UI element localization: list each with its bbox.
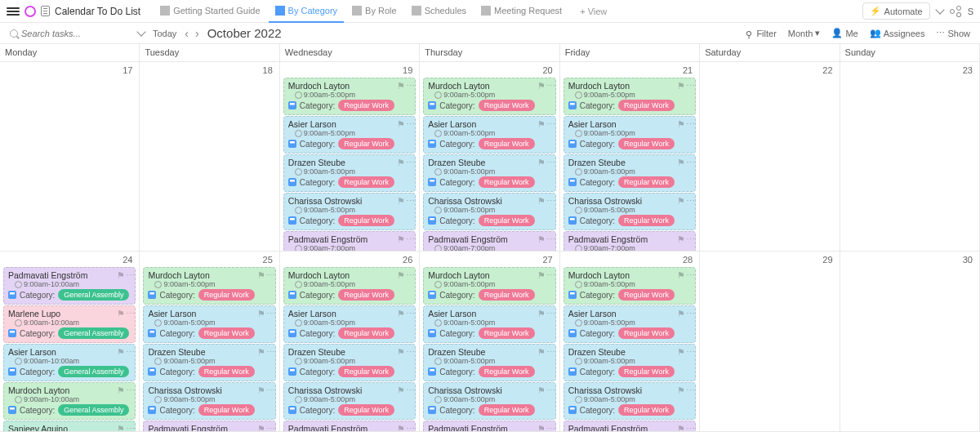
event-card[interactable]: Marlene Lupo9:00am-10:00amCategory:Gener… [3, 305, 136, 343]
event-card[interactable]: Drazen Steube9:00am-5:00pmCategory:Regul… [283, 154, 416, 192]
event-card[interactable]: Padmavati Engström9:00am-7:00pmCategory:… [143, 421, 275, 432]
card-menu-icon[interactable]: ⋯ [686, 347, 693, 354]
event-card[interactable]: Padmavati Engström9:00am-7:00pmCategory:… [283, 421, 416, 432]
event-card[interactable]: Murdoch Layton9:00am-5:00pmCategory:Regu… [564, 78, 696, 115]
event-card[interactable]: Drazen Steube9:00am-5:00pmCategory:Regul… [564, 344, 696, 381]
card-menu-icon[interactable]: ⋯ [546, 81, 553, 87]
event-card[interactable]: Asier Larson9:00am-5:00pmCategory:Regula… [564, 305, 696, 343]
calendar-cell[interactable]: 21Murdoch Layton9:00am-5:00pmCategory:Re… [560, 62, 700, 252]
event-card[interactable]: Asier Larson9:00am-10:00amCategory:Gener… [3, 344, 136, 381]
event-card[interactable]: Asier Larson9:00am-5:00pmCategory:Regula… [564, 116, 696, 154]
card-menu-icon[interactable]: ⋯ [406, 234, 412, 241]
card-menu-icon[interactable]: ⋯ [546, 309, 553, 315]
event-card[interactable]: Charissa Ostrowski9:00am-5:00pmCategory:… [423, 382, 555, 420]
add-view-button[interactable]: + View [573, 3, 613, 20]
month-dropdown[interactable]: Month▾ [788, 28, 821, 38]
event-card[interactable]: Padmavati Engström9:00am-7:00pmCategory:… [564, 421, 696, 432]
card-menu-icon[interactable]: ⋯ [406, 81, 412, 87]
calendar-cell[interactable]: 28Murdoch Layton9:00am-5:00pmCategory:Re… [560, 252, 700, 432]
view-tab[interactable]: By Category [269, 0, 345, 23]
calendar-cell[interactable]: 23 [840, 62, 980, 252]
event-card[interactable]: Drazen Steube9:00am-5:00pmCategory:Regul… [564, 154, 696, 192]
assignees-filter[interactable]: 👥Assignees [870, 28, 925, 38]
card-menu-icon[interactable]: ⋯ [266, 347, 273, 354]
calendar-cell[interactable]: 18 [140, 62, 279, 252]
event-card[interactable]: Murdoch Layton9:00am-5:00pmCategory:Regu… [283, 78, 416, 115]
card-menu-icon[interactable]: ⋯ [266, 424, 273, 430]
event-card[interactable]: Charissa Ostrowski9:00am-5:00pmCategory:… [283, 382, 416, 420]
event-card[interactable]: Murdoch Layton9:00am-5:00pmCategory:Regu… [423, 267, 555, 305]
card-menu-icon[interactable]: ⋯ [406, 385, 412, 392]
event-card[interactable]: Padmavati Engström9:00am-7:00pmCategory:… [423, 231, 555, 252]
calendar-cell[interactable]: 26Murdoch Layton9:00am-5:00pmCategory:Re… [280, 252, 420, 432]
calendar-cell[interactable]: 30 [840, 252, 980, 432]
calendar-cell[interactable]: 27Murdoch Layton9:00am-5:00pmCategory:Re… [420, 252, 559, 432]
event-card[interactable]: Drazen Steube9:00am-5:00pmCategory:Regul… [423, 344, 555, 381]
event-card[interactable]: Charissa Ostrowski9:00am-5:00pmCategory:… [283, 193, 416, 230]
event-card[interactable]: Drazen Steube9:00am-5:00pmCategory:Regul… [143, 344, 275, 381]
view-tab[interactable]: By Role [345, 0, 403, 23]
card-menu-icon[interactable]: ⋯ [686, 158, 693, 164]
calendar-cell[interactable]: 22 [700, 62, 840, 252]
today-button[interactable]: Today [153, 29, 176, 38]
card-menu-icon[interactable]: ⋯ [546, 385, 553, 392]
chevron-down-icon[interactable] [935, 5, 944, 14]
card-menu-icon[interactable]: ⋯ [686, 309, 693, 315]
card-menu-icon[interactable]: ⋯ [546, 158, 553, 164]
event-card[interactable]: Murdoch Layton9:00am-5:00pmCategory:Regu… [564, 267, 696, 305]
card-menu-icon[interactable]: ⋯ [406, 347, 412, 354]
event-card[interactable]: Padmavati Engström9:00am-7:00pmCategory:… [564, 231, 696, 252]
card-menu-icon[interactable]: ⋯ [406, 270, 412, 277]
search-chevron-icon[interactable] [136, 27, 145, 36]
card-menu-icon[interactable]: ⋯ [406, 424, 412, 430]
share-icon[interactable] [950, 6, 961, 17]
card-menu-icon[interactable]: ⋯ [686, 81, 693, 87]
card-menu-icon[interactable]: ⋯ [126, 347, 132, 354]
card-menu-icon[interactable]: ⋯ [126, 270, 132, 277]
event-card[interactable]: Sanjeev Aquino9:00am-10:00amCategory:Gen… [3, 421, 136, 432]
event-card[interactable]: Asier Larson9:00am-5:00pmCategory:Regula… [423, 305, 555, 343]
card-menu-icon[interactable]: ⋯ [406, 196, 412, 203]
view-tab[interactable]: Schedules [405, 0, 473, 23]
automate-button[interactable]: ⚡ Automate [862, 2, 930, 20]
prev-month-button[interactable]: ‹ [185, 28, 189, 39]
card-menu-icon[interactable]: ⋯ [126, 385, 132, 392]
card-menu-icon[interactable]: ⋯ [266, 270, 273, 277]
event-card[interactable]: Murdoch Layton9:00am-5:00pmCategory:Regu… [423, 78, 555, 115]
event-card[interactable]: Murdoch Layton9:00am-5:00pmCategory:Regu… [283, 267, 416, 305]
card-menu-icon[interactable]: ⋯ [686, 270, 693, 277]
card-menu-icon[interactable]: ⋯ [546, 196, 553, 203]
card-menu-icon[interactable]: ⋯ [546, 234, 553, 241]
card-menu-icon[interactable]: ⋯ [686, 234, 693, 241]
event-card[interactable]: Charissa Ostrowski9:00am-5:00pmCategory:… [564, 382, 696, 420]
card-menu-icon[interactable]: ⋯ [126, 424, 132, 430]
event-card[interactable]: Drazen Steube9:00am-5:00pmCategory:Regul… [283, 344, 416, 381]
event-card[interactable]: Padmavati Engström9:00am-7:00pmCategory:… [423, 421, 555, 432]
card-menu-icon[interactable]: ⋯ [546, 347, 553, 354]
card-menu-icon[interactable]: ⋯ [406, 119, 412, 126]
event-card[interactable]: Charissa Ostrowski9:00am-5:00pmCategory:… [564, 193, 696, 230]
me-filter[interactable]: 👤Me [831, 28, 858, 38]
menu-icon[interactable] [7, 5, 20, 18]
event-card[interactable]: Murdoch Layton9:00am-10:00amCategory:Gen… [3, 382, 136, 420]
view-tab[interactable]: Getting Started Guide [154, 0, 266, 23]
card-menu-icon[interactable]: ⋯ [126, 309, 132, 315]
card-menu-icon[interactable]: ⋯ [546, 119, 553, 126]
calendar-cell[interactable]: 17 [0, 62, 140, 252]
event-card[interactable]: Asier Larson9:00am-5:00pmCategory:Regula… [283, 305, 416, 343]
card-menu-icon[interactable]: ⋯ [406, 309, 412, 315]
calendar-cell[interactable]: 25Murdoch Layton9:00am-5:00pmCategory:Re… [140, 252, 279, 432]
event-card[interactable]: Padmavati Engström9:00am-7:00pmCategory:… [283, 231, 416, 252]
card-menu-icon[interactable]: ⋯ [686, 119, 693, 126]
event-card[interactable]: Charissa Ostrowski9:00am-5:00pmCategory:… [423, 193, 555, 230]
show-menu[interactable]: ⋯Show [936, 28, 970, 38]
calendar-cell[interactable]: 24Padmavati Engström9:00am-10:00amCatego… [0, 252, 140, 432]
card-menu-icon[interactable]: ⋯ [686, 424, 693, 430]
search-input[interactable] [21, 29, 135, 38]
event-card[interactable]: Drazen Steube9:00am-5:00pmCategory:Regul… [423, 154, 555, 192]
event-card[interactable]: Padmavati Engström9:00am-10:00amCategory… [3, 267, 136, 305]
card-menu-icon[interactable]: ⋯ [546, 270, 553, 277]
event-card[interactable]: Charissa Ostrowski9:00am-5:00pmCategory:… [143, 382, 275, 420]
event-card[interactable]: Asier Larson9:00am-5:00pmCategory:Regula… [283, 116, 416, 154]
card-menu-icon[interactable]: ⋯ [546, 424, 553, 430]
